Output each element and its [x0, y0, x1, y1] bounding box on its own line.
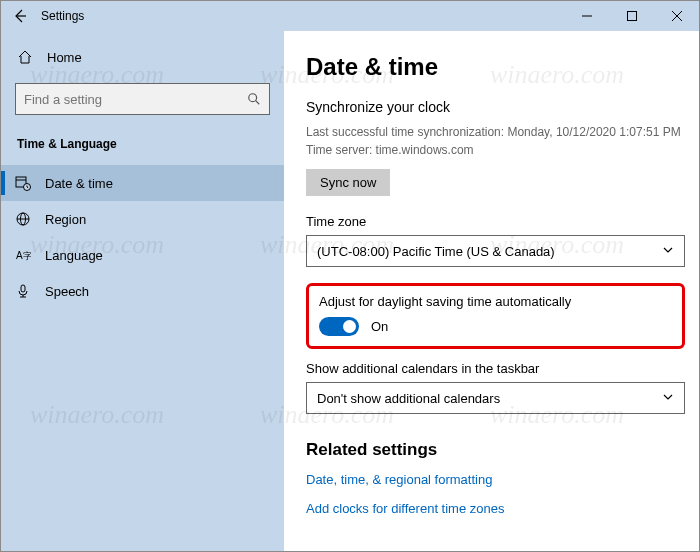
svg-text:A: A — [16, 250, 23, 261]
back-button[interactable] — [9, 5, 31, 27]
dst-highlight-box: Adjust for daylight saving time automati… — [306, 283, 685, 349]
sidebar-section-heading: Time & Language — [1, 133, 284, 165]
sidebar-item-language[interactable]: A字 Language — [1, 237, 284, 273]
main-content: Date & time Synchronize your clock Last … — [284, 31, 699, 551]
time-server-text: Time server: time.windows.com — [306, 141, 685, 159]
timezone-label: Time zone — [306, 214, 685, 229]
additional-calendars-value: Don't show additional calendars — [317, 391, 500, 406]
search-icon — [247, 92, 261, 106]
close-button[interactable] — [654, 1, 699, 31]
dst-toggle-state: On — [371, 319, 388, 334]
window-title: Settings — [41, 9, 84, 23]
last-sync-text: Last successful time synchronization: Mo… — [306, 123, 685, 141]
close-icon — [672, 11, 682, 21]
settings-window: Settings Home T — [0, 0, 700, 552]
language-icon: A字 — [15, 247, 31, 263]
home-label: Home — [47, 50, 82, 65]
chevron-down-icon — [662, 244, 674, 259]
sidebar-item-region[interactable]: Region — [1, 201, 284, 237]
sidebar-item-date-time[interactable]: Date & time — [1, 165, 284, 201]
svg-text:字: 字 — [23, 251, 31, 261]
related-settings-heading: Related settings — [306, 440, 685, 460]
calendar-clock-icon — [15, 175, 31, 191]
minimize-button[interactable] — [564, 1, 609, 31]
maximize-button[interactable] — [609, 1, 654, 31]
search-box[interactable] — [15, 83, 270, 115]
dst-toggle[interactable] — [319, 317, 359, 336]
svg-rect-16 — [21, 285, 25, 292]
sidebar-item-speech[interactable]: Speech — [1, 273, 284, 309]
titlebar: Settings — [1, 1, 699, 31]
svg-line-10 — [27, 187, 28, 188]
dst-label: Adjust for daylight saving time automati… — [319, 294, 672, 309]
sidebar-item-label: Region — [45, 212, 86, 227]
sidebar-item-label: Speech — [45, 284, 89, 299]
svg-rect-1 — [627, 12, 636, 21]
sidebar: Home Time & Language Date & time Region — [1, 31, 284, 551]
search-input[interactable] — [24, 92, 247, 107]
arrow-left-icon — [12, 8, 28, 24]
svg-line-5 — [256, 101, 260, 105]
page-title: Date & time — [306, 53, 685, 81]
home-nav[interactable]: Home — [1, 41, 284, 73]
sync-now-button[interactable]: Sync now — [306, 169, 390, 196]
home-icon — [17, 49, 33, 65]
sync-section-title: Synchronize your clock — [306, 99, 685, 115]
link-add-clocks[interactable]: Add clocks for different time zones — [306, 501, 685, 516]
link-regional-formatting[interactable]: Date, time, & regional formatting — [306, 472, 685, 487]
sync-info: Last successful time synchronization: Mo… — [306, 123, 685, 159]
timezone-select[interactable]: (UTC-08:00) Pacific Time (US & Canada) — [306, 235, 685, 267]
additional-calendars-label: Show additional calendars in the taskbar — [306, 361, 685, 376]
chevron-down-icon — [662, 391, 674, 406]
sidebar-item-label: Date & time — [45, 176, 113, 191]
additional-calendars-select[interactable]: Don't show additional calendars — [306, 382, 685, 414]
svg-point-4 — [249, 94, 257, 102]
maximize-icon — [627, 11, 637, 21]
timezone-value: (UTC-08:00) Pacific Time (US & Canada) — [317, 244, 555, 259]
globe-icon — [15, 211, 31, 227]
microphone-icon — [15, 283, 31, 299]
minimize-icon — [582, 11, 592, 21]
sidebar-item-label: Language — [45, 248, 103, 263]
